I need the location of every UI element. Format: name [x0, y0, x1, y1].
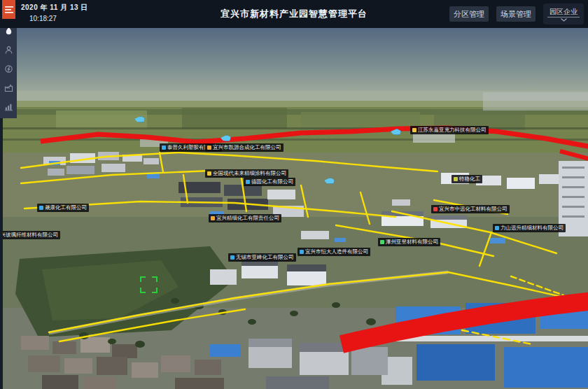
company-marker-icon — [39, 206, 43, 210]
company-label-text: 宜兴市凯源合成化工有限公司 — [213, 144, 281, 151]
company-marker-icon — [162, 146, 166, 150]
map-label[interactable]: 德固化工有限公司 — [244, 178, 295, 186]
sidebar-item-energy[interactable] — [4, 64, 13, 73]
map-label[interactable]: 无锡市亚峰化工有限公司 — [228, 253, 296, 262]
company-label-text: 全国现代未来精细涂料有限公司 — [213, 170, 286, 177]
map-label[interactable]: 特格化工 — [451, 175, 482, 183]
company-marker-icon — [454, 177, 458, 181]
company-label-text: 宜兴市中远化工材料有限公司 — [439, 206, 507, 213]
company-marker-icon — [412, 128, 416, 132]
map-label[interactable]: 宜兴玻璃纤维材料有限公司 — [0, 231, 60, 239]
company-label-text: 无锡市亚峰化工有限公司 — [236, 254, 294, 261]
factory-icon — [4, 83, 13, 92]
company-marker-icon — [246, 180, 250, 184]
company-marker-icon — [207, 146, 211, 150]
dropdown-label: 园区企业 — [550, 8, 578, 15]
map-viewport[interactable]: 泰普久利塑胶有限公司宜兴市凯源合成化工有限公司全国现代未来精细涂料有限公司德固化… — [0, 28, 588, 389]
map-label[interactable]: 江苏永嘉亚克力科技有限公司 — [410, 126, 489, 134]
header-actions: 分区管理 场景管理 园区企业 — [449, 0, 584, 28]
company-label-text: 宜兴市恒大人造件有限公司 — [305, 248, 368, 255]
map-label[interactable]: 宜兴市恒大人造件有限公司 — [298, 248, 370, 256]
sidebar-item-analytics[interactable] — [4, 101, 13, 111]
bar-chart-icon — [4, 102, 13, 111]
company-label-text: 宜兴精细化工有限责任公司 — [216, 215, 279, 222]
company-marker-icon — [433, 207, 438, 211]
sidebar-item-person[interactable] — [4, 45, 13, 55]
map-label[interactable]: 全国现代未来精细涂料有限公司 — [205, 169, 288, 178]
selection-box — [140, 276, 158, 293]
map-label[interactable]: 潭州亚登材料有限公司 — [378, 238, 440, 246]
map-label[interactable]: 力山远升精细材料有限公司 — [493, 224, 566, 232]
company-marker-icon — [300, 250, 304, 254]
company-marker-icon — [230, 255, 234, 260]
company-label-text: 宜兴玻璃纤维材料有限公司 — [0, 232, 58, 239]
sidebar — [0, 19, 17, 118]
dropdown-divider — [547, 17, 580, 17]
company-label-text: 晟康化工有限公司 — [45, 204, 87, 211]
app-header: 2020 年 11 月 13 日 10:18:27 宜兴市新材料产业园智慧管理平… — [0, 0, 588, 28]
company-marker-icon — [495, 226, 499, 230]
chevron-down-icon — [561, 18, 567, 22]
company-label-text: 江苏永嘉亚克力科技有限公司 — [418, 127, 486, 134]
scene-management-button[interactable]: 场景管理 — [496, 6, 536, 22]
map-label[interactable]: 晟康化工有限公司 — [37, 204, 89, 212]
company-marker-icon — [211, 216, 215, 220]
company-label-text: 力山远升精细材料有限公司 — [500, 225, 564, 232]
company-label-text: 德固化工有限公司 — [251, 178, 293, 185]
map-label[interactable]: 宜兴市凯源合成化工有限公司 — [205, 143, 284, 152]
company-label-text: 潭州亚登材料有限公司 — [386, 239, 438, 246]
company-label-text: 特格化工 — [459, 176, 480, 183]
sidebar-item-factory[interactable] — [4, 83, 13, 92]
zone-management-button[interactable]: 分区管理 — [449, 6, 489, 22]
map-label[interactable]: 宜兴市中远化工材料有限公司 — [431, 205, 510, 213]
user-icon — [4, 45, 13, 55]
map-label[interactable]: 宜兴精细化工有限责任公司 — [209, 214, 281, 222]
company-marker-icon — [207, 171, 211, 176]
park-enterprise-dropdown[interactable]: 园区企业 — [543, 3, 584, 24]
power-icon — [4, 64, 13, 73]
smart-park-platform: 2020 年 11 月 13 日 10:18:27 宜兴市新材料产业园智慧管理平… — [0, 0, 588, 389]
company-marker-icon — [380, 240, 384, 244]
